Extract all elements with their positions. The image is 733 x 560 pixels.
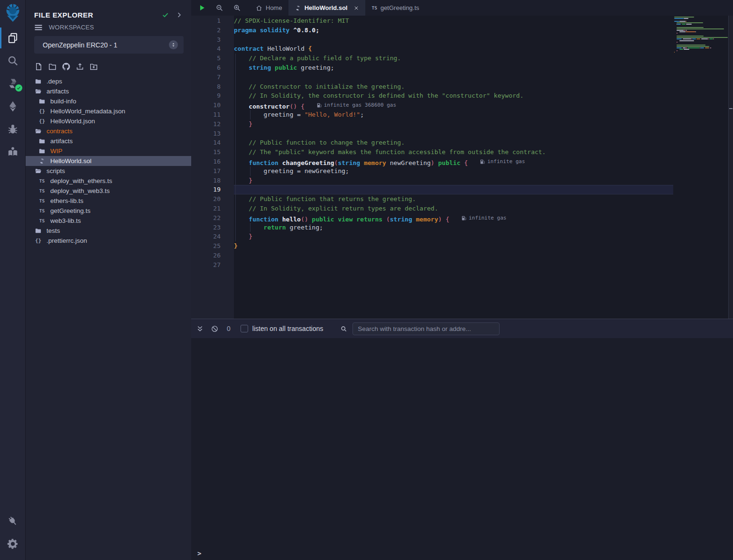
- terminal-output[interactable]: >: [191, 338, 733, 560]
- code-line[interactable]: [234, 73, 673, 82]
- upload-folder-button[interactable]: [89, 62, 98, 71]
- tree-item-helloworld-metadata-json[interactable]: {}HelloWorld_metadata.json: [26, 106, 191, 116]
- minimap-token: [677, 45, 705, 46]
- tree-item-artifacts[interactable]: artifacts: [26, 86, 191, 96]
- code-area[interactable]: // SPDX-License-Identifier: MITpragma so…: [234, 16, 673, 319]
- code-line[interactable]: }: [234, 232, 673, 241]
- tab-helloworld-sol[interactable]: HelloWorld.sol: [288, 0, 366, 16]
- activitybar-search[interactable]: [0, 51, 26, 70]
- activitybar-plugin-manager[interactable]: [0, 512, 26, 531]
- activitybar-solidity-compiler[interactable]: [0, 74, 26, 93]
- tree-item-deploy-with-ethers-ts[interactable]: TSdeploy_with_ethers.ts: [26, 176, 191, 186]
- code-token: }: [234, 120, 252, 128]
- tree-item-scripts[interactable]: scripts: [26, 166, 191, 176]
- tab-close-icon[interactable]: [353, 5, 359, 11]
- tree-item-wip[interactable]: WIP: [26, 146, 191, 156]
- code-line[interactable]: // SPDX-License-Identifier: MIT: [234, 16, 673, 26]
- tab-home[interactable]: Home: [250, 0, 288, 16]
- code-line[interactable]: }: [234, 241, 673, 251]
- code-line[interactable]: // In Solidity, explicit return types ar…: [234, 204, 673, 213]
- tree-item-artifacts[interactable]: artifacts: [26, 136, 191, 146]
- code-line[interactable]: contract HelloWorld {: [234, 44, 673, 54]
- tree-item-tests[interactable]: tests: [26, 226, 191, 236]
- panel-expand-icon[interactable]: [176, 11, 183, 18]
- tree-item-contracts[interactable]: contracts: [26, 126, 191, 136]
- new-file-button[interactable]: [34, 62, 43, 71]
- code-line[interactable]: // Public function to change the greetin…: [234, 138, 673, 147]
- code-line[interactable]: greeting = newGreeting;: [234, 166, 673, 176]
- workspace-selector[interactable]: OpenZeppelin ERC20 - 1: [34, 36, 184, 54]
- remix-logo[interactable]: [0, 0, 26, 26]
- activitybar-learneth[interactable]: [0, 142, 26, 161]
- line-number: 14: [191, 138, 234, 147]
- code-line[interactable]: // Declare a public field of type string…: [234, 54, 673, 63]
- bug-icon: [7, 123, 19, 135]
- minimap[interactable]: [673, 16, 728, 319]
- code-line[interactable]: [234, 185, 673, 194]
- code-line[interactable]: string public greeting;: [234, 63, 673, 73]
- minimap-token: [677, 22, 703, 23]
- code-line[interactable]: }: [234, 119, 673, 129]
- new-folder-button[interactable]: [48, 62, 57, 71]
- clone-github-button[interactable]: [62, 62, 71, 71]
- code-line[interactable]: function hello() public view returns (st…: [234, 213, 673, 223]
- tree-item-deploy-with-web3-ts[interactable]: TSdeploy_with_web3.ts: [26, 186, 191, 196]
- workspaces-menu-icon[interactable]: [34, 24, 43, 31]
- workspace-ok-icon[interactable]: [162, 11, 169, 18]
- line-number: 21: [191, 204, 234, 213]
- activitybar-file-explorer[interactable]: [0, 28, 26, 47]
- code-token: greeting;: [286, 224, 323, 231]
- tree-item--prettierrc-json[interactable]: {}.prettierrc.json: [26, 236, 191, 246]
- github-icon: [62, 62, 71, 71]
- tree-item-label: scripts: [46, 167, 65, 174]
- activitybar-debugger[interactable]: [0, 119, 26, 138]
- zoom-out-button[interactable]: [215, 4, 223, 12]
- tree-item-build-info[interactable]: build-info: [26, 96, 191, 106]
- code-line[interactable]: [234, 129, 673, 138]
- code-line[interactable]: return greeting;: [234, 223, 673, 232]
- line-number: 11: [191, 110, 234, 119]
- tree-item-helloworld-sol[interactable]: HelloWorld.sol: [26, 156, 191, 166]
- folder-open-icon: [34, 167, 42, 174]
- tree-item-helloworld-json[interactable]: {}HelloWorld.json: [26, 116, 191, 126]
- code-token: [297, 103, 301, 110]
- code-line[interactable]: constructor() {infinite gas 368600 gas: [234, 101, 673, 110]
- tree-item-ethers-lib-ts[interactable]: TSethers-lib.ts: [26, 196, 191, 206]
- code-line[interactable]: pragma solidity ^0.8.0;: [234, 26, 673, 35]
- minimap-line: [674, 55, 728, 56]
- activitybar-deploy-run[interactable]: [0, 97, 26, 116]
- tree-item-getgreeting-ts[interactable]: TSgetGreeting.ts: [26, 206, 191, 216]
- code-line[interactable]: }: [234, 176, 673, 185]
- clear-console-icon[interactable]: [211, 325, 219, 333]
- minimap-token: [677, 30, 684, 31]
- tree-item--deps[interactable]: .deps: [26, 76, 191, 86]
- overview-ruler[interactable]: [728, 16, 733, 319]
- minimap-token: [677, 46, 709, 47]
- code-line[interactable]: // In Solidity, the constructor is defin…: [234, 91, 673, 101]
- tree-item-web3-lib-ts[interactable]: TSweb3-lib.ts: [26, 216, 191, 226]
- tab-getgreeting-ts[interactable]: TSgetGreeting.ts: [365, 0, 425, 16]
- indent-guide: [250, 166, 251, 176]
- code-token: "Hello, World!": [305, 111, 360, 118]
- code-line[interactable]: [234, 35, 673, 45]
- code-line[interactable]: // Public function that returns the gree…: [234, 194, 673, 204]
- upload-file-button[interactable]: [75, 62, 84, 71]
- zoom-in-button[interactable]: [233, 4, 241, 12]
- code-line[interactable]: function changeGreeting(string memory ne…: [234, 157, 673, 166]
- terminal-expand-icon[interactable]: [196, 325, 204, 333]
- terminal-search-input[interactable]: [353, 322, 500, 335]
- code-line[interactable]: [234, 260, 673, 270]
- code-line[interactable]: // Constructor to initialize the greetin…: [234, 82, 673, 92]
- code-token: // Public function to change the greetin…: [234, 139, 405, 146]
- tree-item-label: contracts: [46, 128, 73, 135]
- code-line[interactable]: greeting = "Hello, World!";: [234, 110, 673, 119]
- code-token: greeting = newGreeting;: [234, 167, 349, 174]
- activitybar-settings[interactable]: [0, 534, 26, 553]
- search-icon: [7, 55, 19, 67]
- gas-pump-icon: [462, 215, 466, 221]
- code-line[interactable]: // The "public" keyword makes the functi…: [234, 147, 673, 157]
- code-line[interactable]: [234, 251, 673, 260]
- run-script-button[interactable]: [198, 4, 206, 12]
- listen-transactions-checkbox[interactable]: [241, 325, 248, 332]
- gear-icon: [7, 538, 19, 550]
